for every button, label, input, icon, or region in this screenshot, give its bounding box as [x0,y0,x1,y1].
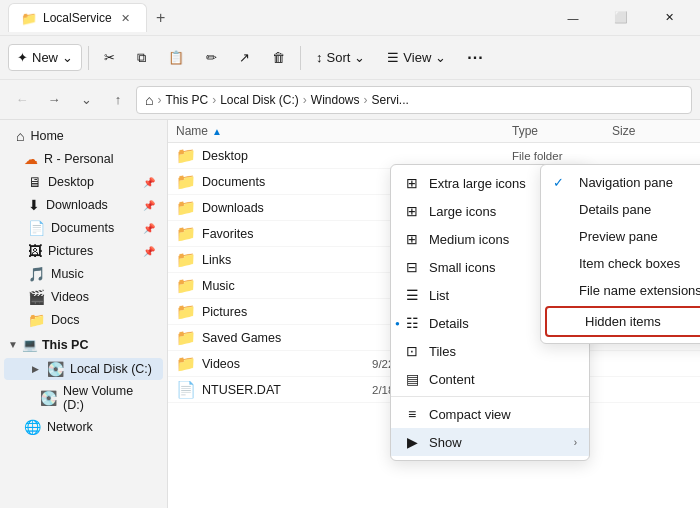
forward-button[interactable]: → [40,86,68,114]
file-icon: 📁 [176,302,196,321]
sidebar-group-thispc[interactable]: ▼ 💻 This PC [0,333,167,356]
pin-icon: 📌 [143,200,155,211]
view-menu-item-show[interactable]: ▶ Show › [391,428,589,456]
file-icon: 📁 [176,328,196,347]
new-tab-button[interactable]: + [147,4,175,32]
breadcrumb-servi[interactable]: Servi... [372,93,409,107]
menu-item-icon: ⊞ [403,231,421,247]
up-button[interactable]: ↑ [104,86,132,114]
sidebar-item-videos[interactable]: 🎬 Videos [4,286,163,308]
menu-item-label: Navigation pane [579,175,700,190]
copy-icon: ⧉ [137,50,146,66]
file-list-header: Name ▲ Type Size [168,120,700,143]
sort-button[interactable]: ↕ Sort ⌄ [307,44,374,71]
drive-label: New Volume (D:) [63,384,155,412]
copy-button[interactable]: ⧉ [128,44,155,72]
sort-dropdown-icon: ⌄ [354,50,365,65]
file-name: Pictures [202,305,372,319]
menu-item-label: Show [429,435,566,450]
menu-separator [391,396,589,397]
sidebar-home-label: Home [30,129,63,143]
view-icon: ☰ [387,50,399,65]
folder-icon: 🖼 [28,243,42,259]
tab-localservice[interactable]: 📁 LocalService ✕ [8,3,147,32]
menu-item-label: Tiles [429,344,577,359]
column-name[interactable]: Name ▲ [176,124,512,138]
view-menu-item-content[interactable]: ▤ Content [391,365,589,393]
sidebar-item-pictures[interactable]: 🖼 Pictures 📌 [4,240,163,262]
sidebar-item-documents[interactable]: 📄 Documents 📌 [4,217,163,239]
sidebar-item-home[interactable]: ⌂ Home [4,125,163,147]
pin-icon: 📌 [143,223,155,234]
window-controls: — ⬜ ✕ [550,2,692,34]
sidebar-thispc-label: This PC [42,338,89,352]
recent-locations-button[interactable]: ⌄ [72,86,100,114]
view-button[interactable]: ☰ View ⌄ [378,44,455,71]
more-options-button[interactable]: ··· [459,44,491,72]
new-dropdown-icon: ⌄ [62,50,73,65]
sidebar-quick-access: 🖥 Desktop 📌⬇ Downloads 📌📄 Documents 📌🖼 P… [0,171,167,331]
sidebar-drive-new-volume-(d:)[interactable]: 💽 New Volume (D:) [4,381,163,415]
sidebar-item-label: Music [51,267,84,281]
paste-button[interactable]: 📋 [159,44,193,71]
new-button[interactable]: ✦ New ⌄ [8,44,82,71]
breadcrumb-windows[interactable]: Windows [311,93,360,107]
menu-item-label: File name extensions [579,283,700,298]
file-icon: 📁 [176,250,196,269]
delete-icon: 🗑 [272,50,285,65]
menu-item-icon: ▶ [403,434,421,450]
show-submenu-item-file-name-extensions[interactable]: File name extensions [541,277,700,304]
cut-icon: ✂ [104,50,115,65]
menu-item-icon: ☷ [403,315,421,331]
show-submenu-item-preview-pane[interactable]: Preview pane [541,223,700,250]
back-button[interactable]: ← [8,86,36,114]
sidebar-item-r-personal[interactable]: ☁ R - Personal [4,148,163,170]
sidebar: ⌂ Home ☁ R - Personal 🖥 Desktop 📌⬇ Downl… [0,120,168,508]
breadcrumb-thispc[interactable]: This PC [165,93,208,107]
sidebar-item-desktop[interactable]: 🖥 Desktop 📌 [4,171,163,193]
show-submenu-item-item-check-boxes[interactable]: Item check boxes [541,250,700,277]
maximize-button[interactable]: ⬜ [598,2,644,34]
thispc-expand-icon: ▼ [8,339,18,350]
sidebar-item-label: Docs [51,313,79,327]
breadcrumb-drive[interactable]: Local Disk (C:) [220,93,299,107]
sidebar-r-personal-label: R - Personal [44,152,113,166]
address-bar: ← → ⌄ ↑ ⌂ › This PC › Local Disk (C:) › … [0,80,700,120]
close-button[interactable]: ✕ [646,2,692,34]
submenu-arrow-icon: › [574,437,577,448]
file-icon: 📁 [176,146,196,165]
minimize-button[interactable]: — [550,2,596,34]
sidebar-item-network[interactable]: 🌐 Network [4,416,163,438]
file-name: Videos [202,357,372,371]
menu-item-icon: ⊡ [403,343,421,359]
sidebar-item-music[interactable]: 🎵 Music [4,263,163,285]
sidebar-item-downloads[interactable]: ⬇ Downloads 📌 [4,194,163,216]
cut-button[interactable]: ✂ [95,44,124,71]
share-button[interactable]: ↗ [230,44,259,71]
file-icon: 📁 [176,172,196,191]
toolbar-separator-2 [300,46,301,70]
menu-item-label: Compact view [429,407,577,422]
rename-button[interactable]: ✏ [197,44,226,71]
view-menu-item-compact-view[interactable]: ≡ Compact view [391,400,589,428]
breadcrumb[interactable]: ⌂ › This PC › Local Disk (C:) › Windows … [136,86,692,114]
column-size[interactable]: Size [612,124,692,138]
folder-icon: 🖥 [28,174,42,190]
show-submenu-item-navigation-pane[interactable]: ✓ Navigation pane [541,169,700,196]
show-submenu-item-hidden-items[interactable]: Hidden items [545,306,700,337]
share-icon: ↗ [239,50,250,65]
sidebar-item-docs[interactable]: 📁 Docs [4,309,163,331]
show-submenu-item-details-pane[interactable]: Details pane [541,196,700,223]
home-icon: ⌂ [145,92,153,108]
sidebar-item-label: Documents [51,221,114,235]
menu-item-label: Content [429,372,577,387]
column-type[interactable]: Type [512,124,612,138]
sidebar-item-label: Videos [51,290,89,304]
menu-item-icon: ⊞ [403,203,421,219]
tab-close-button[interactable]: ✕ [118,10,134,26]
folder-icon: ⬇ [28,197,40,213]
sidebar-drive-local-disk-(c:)[interactable]: ▶ 💽 Local Disk (C:) [4,358,163,380]
menu-item-icon: ≡ [403,406,421,422]
delete-button[interactable]: 🗑 [263,44,294,71]
file-icon: 📄 [176,380,196,399]
